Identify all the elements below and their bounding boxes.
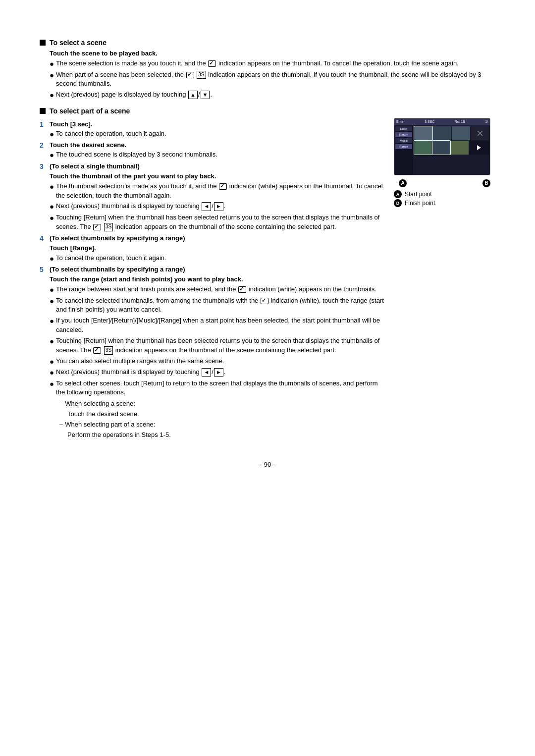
dash-item-1: – When selecting a scene: bbox=[59, 399, 384, 409]
step-5-label: (To select thumbnails by specifying a ra… bbox=[50, 266, 185, 273]
bullet-item: ● To cancel the operation, touch it agai… bbox=[50, 254, 384, 264]
caption-start: A Start point bbox=[394, 190, 495, 198]
screen-time-label: 3 SEC bbox=[425, 120, 434, 123]
bullet-item: ● Touching [Return] when the thumbnail h… bbox=[50, 213, 384, 232]
bullet-item: ● To cancel the operation, touch it agai… bbox=[50, 129, 384, 139]
bullet-dot: ● bbox=[50, 357, 54, 367]
bullet-text: The thumbnail selection is made as you t… bbox=[56, 182, 384, 201]
label-b: B bbox=[482, 179, 490, 187]
finish-point-label: Finish point bbox=[405, 200, 435, 207]
bullet-dot: ● bbox=[50, 59, 54, 69]
bullet-item: ● If you touch [Enter]/[Return]/[Music]/… bbox=[50, 316, 384, 335]
bullet-dot: ● bbox=[50, 254, 54, 264]
select-part-title: To select part of a scene bbox=[50, 107, 130, 115]
sub-dash-item-1: Touch the desired scene. bbox=[67, 410, 384, 419]
sub-dash-item-2: Perform the operations in Steps 1-5. bbox=[67, 431, 384, 440]
step-4-sub-label: Touch [Range]. bbox=[50, 244, 384, 252]
thumb-cell-4 bbox=[471, 126, 489, 140]
step-3-bullets: ● The thumbnail selection is made as you… bbox=[50, 182, 384, 232]
bullet-item: ● Next (previous) thumbnail is displayed… bbox=[50, 202, 384, 212]
3s-badge: 3S bbox=[104, 223, 113, 231]
bullet-dot: ● bbox=[50, 182, 54, 192]
step-2-notes: ● The touched scene is displayed by 3 se… bbox=[50, 150, 384, 160]
dash-sym: – bbox=[59, 399, 63, 409]
bullet-text: To select other scenes, touch [Return] t… bbox=[56, 379, 384, 398]
select-scene-header: To select a scene bbox=[40, 39, 495, 47]
thumb-row-2 bbox=[414, 141, 489, 155]
step-5-row: 5 (To select thumbnails by specifying a … bbox=[40, 266, 384, 273]
step-5-bullets: ● The range between start and finish poi… bbox=[50, 285, 384, 397]
step-2-num: 2 bbox=[40, 141, 47, 149]
step-4-num: 4 bbox=[40, 234, 47, 242]
bullet-dot: ● bbox=[50, 336, 54, 346]
return-btn: Return bbox=[395, 132, 412, 137]
step-3-sub: Touch the thumbnail of the part you want… bbox=[50, 172, 384, 232]
checkmark-icon bbox=[238, 286, 246, 293]
screen-header-bar: Enter 3 SEC Rc: 1B 1/ bbox=[394, 118, 490, 125]
bullet-item: ● Next (previous) thumbnail is displayed… bbox=[50, 368, 384, 378]
thumb-row-1 bbox=[414, 126, 489, 140]
select-part-header: To select part of a scene bbox=[40, 107, 495, 115]
screen-body: Enter Return Music Range bbox=[394, 125, 490, 175]
caption-finish: B Finish point bbox=[394, 199, 495, 207]
bullet-dot: ● bbox=[50, 202, 54, 212]
down-btn: ▼ bbox=[201, 91, 210, 99]
bullet-item: ● Next (previous) page is displayed by t… bbox=[50, 90, 495, 100]
bullet-text: The scene selection is made as you touch… bbox=[56, 59, 495, 68]
checkmark-icon bbox=[93, 347, 101, 354]
step-5-sub: Touch the range (start and finish points… bbox=[50, 275, 384, 440]
step-4-sub: Touch [Range]. ● To cancel the operation… bbox=[50, 244, 384, 264]
thumb-cell-6 bbox=[432, 141, 450, 155]
section-bullet-icon bbox=[40, 40, 46, 46]
step-3-row: 3 (To select a single thumbnail) bbox=[40, 162, 384, 170]
checkmark-icon bbox=[219, 183, 227, 190]
bullet-dot: ● bbox=[50, 379, 54, 389]
ab-labels: A B bbox=[394, 179, 495, 187]
bullet-dot: ● bbox=[50, 90, 54, 100]
dash-sym: – bbox=[59, 420, 63, 430]
step-2-row: 2 Touch the desired scene. bbox=[40, 141, 384, 149]
thumb-cell-5 bbox=[414, 141, 432, 155]
play-icon bbox=[477, 145, 481, 150]
music-btn: Music bbox=[395, 138, 412, 143]
left-btn: ◄ bbox=[202, 368, 211, 377]
thumb-cell-7 bbox=[451, 141, 469, 155]
step-2-bullet-list: ● The touched scene is displayed by 3 se… bbox=[50, 150, 384, 160]
bullet-text: Touching [Return] when the thumbnail has… bbox=[56, 213, 384, 232]
caption-b-icon: B bbox=[394, 199, 402, 207]
dash-item-2: – When selecting part of a scene: bbox=[59, 420, 384, 430]
section-bullet-icon bbox=[40, 108, 46, 114]
step-1-bullet-list: ● To cancel the operation, touch it agai… bbox=[50, 129, 384, 139]
page-content: To select a scene Touch the scene to be … bbox=[40, 39, 495, 468]
sidebar-col: Enter 3 SEC Rc: 1B 1/ Enter Return Music… bbox=[394, 118, 495, 208]
right-btn: ► bbox=[214, 202, 223, 211]
select-scene-bullets: ● The scene selection is made as you tou… bbox=[50, 59, 495, 100]
select-scene-sub1: Touch the scene to be played back. bbox=[50, 50, 495, 57]
checkmark-icon bbox=[93, 224, 101, 230]
bullet-text: When part of a scene has been selected, … bbox=[56, 70, 495, 89]
bullet-item: ● Touching [Return] when the thumbnail h… bbox=[50, 336, 384, 355]
3s-badge: 3S bbox=[104, 346, 113, 355]
bullet-text: You can also select multiple ranges with… bbox=[56, 357, 384, 366]
checkmark-icon bbox=[261, 298, 268, 304]
dash-label: When selecting part of a scene: bbox=[65, 420, 155, 430]
bullet-text: The range between start and finish point… bbox=[56, 285, 384, 294]
bullet-item: ● The range between start and finish poi… bbox=[50, 285, 384, 295]
bullet-item: ● The scene selection is made as you tou… bbox=[50, 59, 495, 69]
bullet-dot: ● bbox=[50, 213, 54, 223]
select-scene-title: To select a scene bbox=[50, 39, 107, 47]
bullet-dot: ● bbox=[50, 70, 54, 80]
bullet-item: ● When part of a scene has been selected… bbox=[50, 70, 495, 89]
3s-badge: 3S bbox=[197, 71, 206, 79]
label-a: A bbox=[399, 179, 407, 187]
bullet-dot: ● bbox=[50, 368, 54, 378]
page-number: - 90 - bbox=[40, 461, 495, 468]
screen-sidebar-buttons: Enter Return Music Range bbox=[394, 125, 413, 175]
thumb-cell-1 bbox=[414, 126, 432, 140]
thumb-cell-3 bbox=[452, 126, 470, 140]
bullet-dot: ● bbox=[50, 316, 54, 326]
select-scene-body: Touch the scene to be played back. ● The… bbox=[50, 50, 495, 100]
sub-dash-text: Touch the desired scene. bbox=[67, 410, 139, 419]
bullet-dot: ● bbox=[50, 296, 54, 306]
bullet-item: ● The touched scene is displayed by 3 se… bbox=[50, 150, 384, 160]
